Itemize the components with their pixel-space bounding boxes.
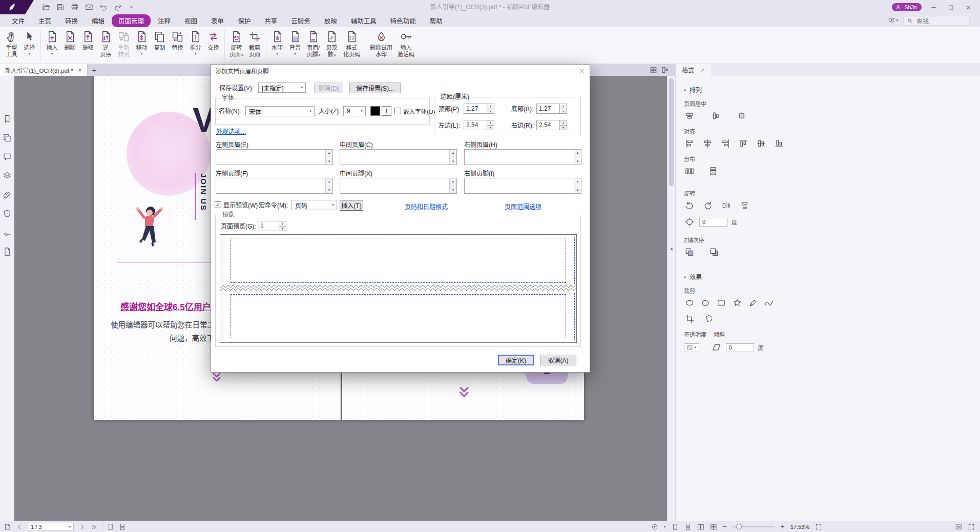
footer-right-textarea[interactable]: ▴▾ [464, 178, 581, 194]
sidebar-destinations-icon[interactable] [2, 247, 12, 257]
ribbon-tool-header-footer[interactable]: 页眉/页脚▾ [304, 29, 323, 59]
menu-tab-form[interactable]: 表单 [204, 14, 231, 27]
print-icon[interactable] [70, 2, 80, 12]
rotate-angle-input[interactable]: 0 [699, 218, 727, 227]
next-page-icon[interactable] [78, 523, 86, 530]
menu-tab-share[interactable]: 共享 [258, 14, 284, 27]
flip-h-icon[interactable] [721, 200, 732, 211]
distribute-h-icon[interactable] [684, 166, 695, 177]
zoom-in-button[interactable]: + [781, 523, 785, 530]
close-button[interactable] [964, 3, 973, 12]
crop-star-icon[interactable] [732, 297, 743, 309]
sidebar-layers-icon[interactable] [2, 171, 12, 181]
crop-blob-icon[interactable] [700, 297, 711, 309]
crop-ellipse-icon[interactable] [684, 297, 695, 309]
footer-center-textarea[interactable]: ▴▾ [340, 178, 457, 194]
zoom-slider[interactable] [732, 526, 775, 527]
ribbon-tool-watermark[interactable]: 水印▾ [268, 29, 286, 57]
align-bottom-icon[interactable] [774, 138, 785, 149]
menu-tab-accessibility[interactable]: 辅助工具 [344, 14, 383, 27]
sidebar-signature-icon[interactable] [2, 228, 12, 238]
save-settings-button[interactable]: 保存设置(S)... [349, 83, 401, 93]
embed-font-checkbox[interactable] [394, 108, 401, 114]
zoom-out-button[interactable]: − [723, 523, 727, 530]
margin-bottom-spinner[interactable]: 1.27▴▾ [536, 104, 567, 114]
font-size-select[interactable]: 9▾ [343, 106, 366, 116]
continuous-view-icon[interactable] [119, 523, 126, 530]
menu-tab-present[interactable]: 放映 [318, 14, 344, 27]
sidebar-page-thumbnails-icon[interactable] [2, 133, 12, 143]
page-preview-spinner[interactable]: 1▴▾ [258, 221, 286, 231]
ribbon-tool-format-page-number[interactable]: 12格式化页码 [341, 29, 363, 58]
fullscreen-icon[interactable] [815, 523, 822, 530]
ribbon-tool-rotate-pages[interactable]: 旋转页面▾ [227, 29, 246, 59]
fit-single-page-icon[interactable] [672, 523, 679, 530]
panel-close-icon[interactable] [700, 68, 705, 73]
app-logo-icon[interactable] [0, 0, 34, 14]
save-icon[interactable] [55, 2, 66, 12]
user-account-badge[interactable]: A - Sh3n [892, 3, 922, 11]
sidebar-comments-icon[interactable] [2, 152, 12, 162]
read-mode-icon[interactable] [651, 523, 658, 530]
sidebar-security-icon[interactable] [2, 209, 12, 219]
ribbon-tool-hand-tool[interactable]: 手型工具 [3, 29, 20, 58]
bring-to-front-icon[interactable] [684, 247, 695, 258]
distribute-v-icon[interactable] [707, 166, 719, 177]
underline-toggle-button[interactable]: T [382, 106, 391, 116]
ribbon-tool-select[interactable]: 选择▾ [20, 29, 38, 57]
ribbon-tool-crop-pages[interactable]: 裁剪页面 [246, 29, 264, 58]
rotate-left-icon[interactable] [684, 200, 695, 211]
ribbon-tool-move[interactable]: 移动▾ [133, 29, 151, 57]
ribbon-tool-background[interactable]: 背景▾ [286, 29, 304, 57]
menu-tab-home[interactable]: 主页 [32, 14, 58, 27]
header-center-textarea[interactable]: ▴▾ [340, 149, 457, 165]
crop-free-icon[interactable] [703, 313, 715, 324]
page-organizer-icon[interactable] [4, 523, 11, 530]
mail-icon[interactable] [84, 2, 94, 12]
center-horizontal-icon[interactable] [684, 110, 695, 121]
footer-left-textarea[interactable]: ▴▾ [216, 178, 333, 194]
align-middle-icon[interactable] [756, 138, 767, 149]
document-tab[interactable]: 新人引导(1)_OCR(3).pdf * × [0, 64, 88, 76]
open-file-icon[interactable] [41, 2, 51, 12]
cancel-button[interactable]: 取消(A) [540, 355, 576, 365]
flip-v-icon[interactable] [739, 200, 750, 211]
menu-tab-convert[interactable]: 转换 [58, 14, 85, 27]
margin-top-spinner[interactable]: 1.27▴▾ [464, 104, 494, 114]
ribbon-tool-extract[interactable]: 提取 [79, 29, 97, 52]
menu-tab-help[interactable]: 帮助 [423, 14, 449, 27]
previous-page-icon[interactable] [16, 523, 23, 530]
sidebar-bookmarks-icon[interactable] [2, 114, 12, 124]
crop-rect-icon[interactable] [716, 297, 727, 309]
dialog-titlebar[interactable]: 添加文档页眉和页脚 [211, 65, 590, 77]
sidebar-attachments-icon[interactable] [2, 190, 12, 200]
align-top-icon[interactable] [738, 138, 749, 149]
header-right-textarea[interactable]: ▴▾ [464, 149, 581, 165]
ribbon-tool-enter-activation-code[interactable]: 输入激活码 [395, 29, 417, 58]
rotate-right-icon[interactable] [702, 200, 714, 211]
header-left-textarea[interactable]: ▴▾ [216, 149, 333, 165]
menu-tab-view[interactable]: 视图 [178, 14, 204, 27]
arrange-section-header[interactable]: ▴排列 [684, 85, 799, 94]
skew-input[interactable]: 0 [726, 343, 754, 352]
facing-pages-icon[interactable] [697, 523, 704, 530]
ribbon-tool-delete[interactable]: 删除 [61, 29, 79, 52]
panel-collapse-icon[interactable] [669, 246, 675, 252]
crop-ink-icon[interactable] [747, 297, 759, 309]
align-left-icon[interactable] [684, 138, 695, 149]
scrollbar-thumb[interactable] [669, 78, 674, 186]
margin-left-spinner[interactable]: 2.54▴▾ [464, 120, 494, 130]
menu-tab-cloud[interactable]: 云服务 [284, 14, 317, 27]
minimize-button[interactable] [929, 3, 938, 12]
crop-frame-icon[interactable] [684, 313, 695, 324]
page-indicator[interactable]: 1 / 3▾ [28, 523, 74, 531]
fit-width-icon[interactable] [955, 523, 963, 530]
menu-tab-file[interactable]: 文件 [5, 14, 31, 27]
fit-continuous-icon[interactable] [684, 523, 692, 530]
appearance-options-link[interactable]: 外观选项... [216, 127, 246, 135]
search-options-icon[interactable]: ▾ [887, 17, 898, 25]
page-range-options-link[interactable]: 页面范围选项 [505, 202, 541, 211]
macro-select[interactable]: 页码▾ [291, 200, 337, 210]
expand-view-icon[interactable] [968, 523, 975, 530]
ribbon-tool-bates-number[interactable]: #贝茨数▾ [323, 29, 341, 59]
